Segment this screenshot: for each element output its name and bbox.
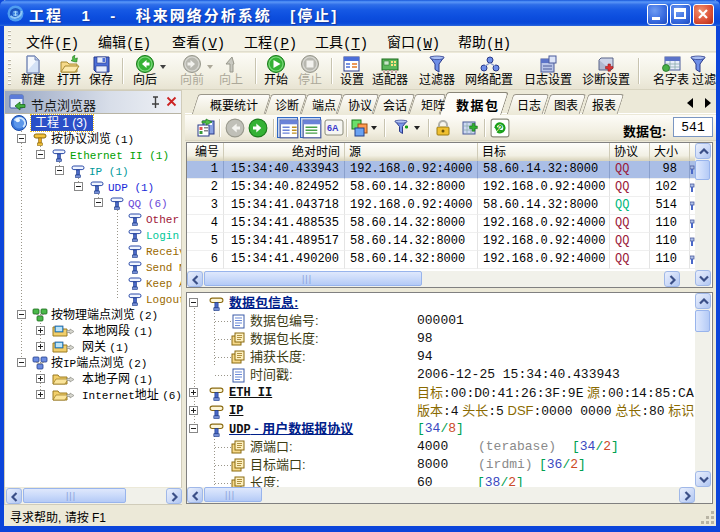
svg-text:2: 2 [498, 123, 503, 133]
svg-text:6A: 6A [327, 123, 339, 133]
